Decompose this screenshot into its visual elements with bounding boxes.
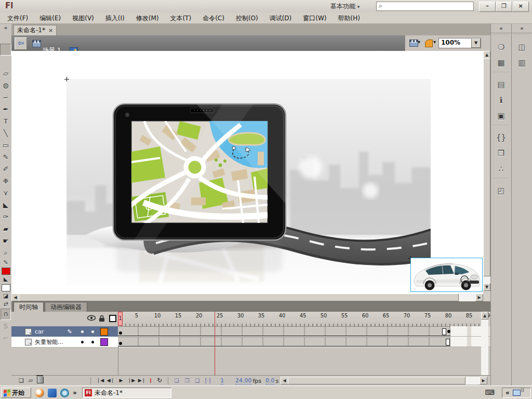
- onion-skin-outlines-button[interactable]: ❐: [182, 377, 192, 385]
- collapse-dock-icon[interactable]: «: [512, 24, 532, 33]
- paint-bucket-tool[interactable]: ◣: [1, 199, 11, 211]
- new-folder-button[interactable]: ▱: [26, 377, 35, 385]
- text-tool[interactable]: T: [1, 115, 11, 127]
- scroll-down-icon[interactable]: ▼: [483, 283, 490, 291]
- menu-item[interactable]: 编辑(E): [35, 13, 65, 23]
- elapsed-time-field[interactable]: 0.0: [265, 377, 275, 384]
- layer-visible-dot[interactable]: [81, 330, 84, 333]
- timeline-vertical-scrollbar[interactable]: ▲: [481, 312, 488, 375]
- goto-last-frame-button[interactable]: ▶❘: [137, 377, 147, 385]
- motion-presets-panel-icon[interactable]: ∴: [491, 161, 511, 177]
- edit-symbol-icon[interactable]: [425, 39, 433, 47]
- line-tool[interactable]: ╲: [1, 127, 11, 139]
- horizontal-scroll-thumb[interactable]: [19, 294, 459, 301]
- brush-tool[interactable]: ✐: [1, 163, 11, 175]
- fill-color-icon[interactable]: ◣: [1, 275, 11, 284]
- vertical-scrollbar[interactable]: ▲ ▼: [483, 51, 490, 291]
- frame-span[interactable]: [118, 326, 450, 336]
- layer-name[interactable]: car: [35, 328, 66, 335]
- swap-colors-button[interactable]: ⇄: [1, 300, 11, 309]
- menu-item[interactable]: 命令(C): [198, 13, 229, 23]
- frame-rate-field[interactable]: 24.00: [235, 377, 252, 384]
- menu-item[interactable]: 插入(I): [101, 13, 129, 23]
- gear-quicklaunch-icon[interactable]: [60, 389, 69, 397]
- vertical-scroll-thumb[interactable]: [483, 58, 490, 276]
- menu-item[interactable]: 视图(V): [68, 13, 98, 23]
- stroke-color-chip[interactable]: [2, 268, 10, 275]
- swatches-panel-icon[interactable]: ▦: [491, 55, 511, 71]
- menu-item[interactable]: 帮助(H): [334, 13, 364, 23]
- start-button[interactable]: 开始: [1, 388, 31, 398]
- panel-grip[interactable]: ·········: [491, 33, 511, 39]
- pencil-tool[interactable]: ✎: [1, 151, 11, 163]
- layer-name[interactable]: 矢量智能...: [35, 338, 66, 346]
- timeline-tab[interactable]: 时间轴: [14, 302, 44, 312]
- end-frame-rect[interactable]: [442, 328, 446, 335]
- layer-outline-color-swatch[interactable]: [100, 328, 108, 336]
- keyboard-tray-icon[interactable]: ⌨: [485, 389, 495, 396]
- keyframe-dot-frame1[interactable]: [119, 342, 122, 345]
- smooth-button[interactable]: S: [1, 320, 11, 332]
- end-frame-rect[interactable]: [446, 339, 450, 345]
- current-frame-marker[interactable]: 1: [118, 312, 123, 326]
- color-panel-icon[interactable]: ❍: [491, 39, 511, 55]
- selection-tool[interactable]: [0, 44, 11, 56]
- fill-color-chip[interactable]: [2, 284, 10, 291]
- rectangle-tool[interactable]: ▭: [1, 139, 11, 151]
- tray-collapse-icon[interactable]: «: [506, 389, 510, 396]
- motion-presets-books-icon[interactable]: ▥: [512, 55, 532, 71]
- frames-row-car[interactable]: [118, 326, 493, 337]
- media-player-quicklaunch-icon[interactable]: [35, 389, 44, 397]
- menu-item[interactable]: 文本(T): [166, 13, 195, 23]
- edit-multiple-frames-button[interactable]: ❑: [192, 377, 203, 385]
- outline-layers-icon[interactable]: [109, 315, 116, 322]
- edit-scene-icon[interactable]: [409, 39, 418, 47]
- layer-lock-dot[interactable]: [91, 341, 94, 343]
- playhead-line[interactable]: [215, 312, 215, 375]
- components-panel-icon[interactable]: ❒: [491, 145, 511, 161]
- loop-playback-button[interactable]: ↻: [154, 377, 165, 385]
- eyedropper-tool[interactable]: ✑: [1, 211, 11, 223]
- snap-to-objects-magnet-button[interactable]: ∩: [1, 309, 11, 320]
- close-tab-icon[interactable]: ×: [48, 27, 53, 34]
- layer-outline-color-swatch[interactable]: [100, 338, 108, 346]
- workspace-switcher[interactable]: 基本功能 ▾: [327, 2, 363, 11]
- collapse-toolbar-icon[interactable]: «: [0, 25, 11, 31]
- bone-tool[interactable]: ⋎: [1, 187, 11, 199]
- modify-onion-markers-button[interactable]: [·]: [203, 377, 213, 385]
- panel-grip[interactable]: ·········: [491, 71, 511, 77]
- menu-item[interactable]: 修改(M): [132, 13, 163, 23]
- pen-tool[interactable]: ✒: [1, 103, 11, 115]
- step-forward-button[interactable]: ❘▶: [126, 377, 137, 385]
- lasso-tool[interactable]: ∽: [1, 91, 11, 103]
- horizontal-scrollbar[interactable]: ◀ ▶: [11, 294, 483, 301]
- minimize-button[interactable]: –: [479, 2, 496, 12]
- code-snippets-panel-icon[interactable]: {}: [491, 130, 511, 145]
- library-panel-icon[interactable]: ◫: [512, 39, 532, 55]
- subselection-tool[interactable]: [1, 56, 11, 68]
- scroll-right-icon[interactable]: ▶: [475, 294, 483, 301]
- current-frame-field[interactable]: 1: [220, 377, 224, 384]
- center-frame-button[interactable]: ❙: [147, 377, 154, 385]
- edit-scene-arrow-icon[interactable]: ▾: [418, 39, 420, 45]
- scroll-up-icon[interactable]: ▲: [483, 51, 490, 59]
- deco-tool[interactable]: ❉: [1, 175, 11, 187]
- panel-grip[interactable]: ·········: [491, 124, 511, 130]
- scroll-thumb[interactable]: [288, 377, 466, 384]
- edit-symbol-arrow-icon[interactable]: ▾: [433, 39, 436, 45]
- scroll-up-icon[interactable]: ▲: [481, 312, 488, 320]
- step-back-button[interactable]: ◀❘: [105, 377, 116, 385]
- layer-row-psd[interactable]: 矢量智能...: [11, 337, 118, 348]
- goto-first-frame-button[interactable]: ❘◀: [95, 377, 105, 385]
- scroll-left-icon[interactable]: ◀: [11, 294, 19, 301]
- project-panel-icon[interactable]: ◰: [491, 183, 511, 198]
- back-button[interactable]: ⇦: [15, 37, 27, 50]
- hand-tool[interactable]: ☛: [1, 235, 11, 247]
- 3d-rotation-tool[interactable]: ◍: [1, 79, 11, 91]
- align-panel-icon[interactable]: ▤: [491, 77, 511, 92]
- quicklaunch-overflow-icon[interactable]: »: [73, 389, 77, 396]
- layer-row-car[interactable]: car ✎: [11, 326, 118, 337]
- close-button[interactable]: ×: [512, 2, 529, 12]
- straighten-button[interactable]: ⌐: [1, 332, 11, 344]
- panel-grip[interactable]: ·········: [512, 33, 532, 39]
